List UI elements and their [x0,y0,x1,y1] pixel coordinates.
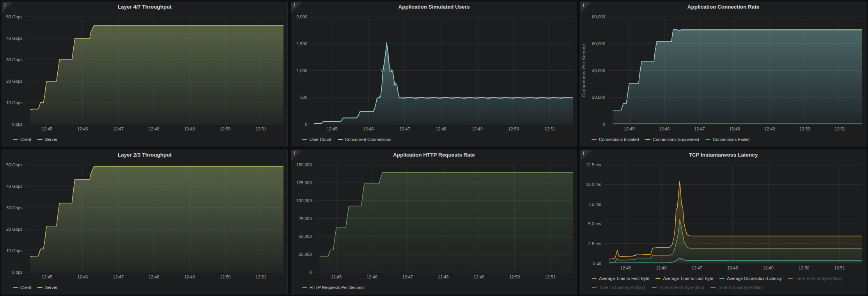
y-tick-label: 40 Gbps [6,184,23,189]
chart-area[interactable]: 020,00040,00060,00080,00012:4512:4612:47… [581,12,866,134]
chart-area[interactable]: 025,00050,00075,000100,000125,000150,000… [291,160,577,282]
info-icon: i [294,2,295,8]
legend-item[interactable]: Client [13,284,31,291]
x-tick-label: 12:49 [472,127,483,131]
legend-swatch-icon [592,139,597,140]
legend-item[interactable]: Time To First Byte (Max) [788,275,842,282]
legend-item[interactable]: Concurrent Connections [338,136,391,143]
legend-label: Concurrent Connections [345,136,391,143]
x-tick-label: 12:45 [42,127,53,131]
y-tick-label: 100,000 [296,198,312,203]
legend-item[interactable]: Time To First Byte (Min) [652,284,704,291]
legend-item[interactable]: Average Time to First Byte [592,275,649,282]
panel-title[interactable]: Application Connection Rate [581,2,866,12]
legend-item[interactable]: User Count [302,136,331,143]
panel-title[interactable]: TCP Instantaneous Latency [581,150,866,160]
y-tick-label: 0 [305,122,307,127]
legend-item[interactable]: HTTP Requests Per Second [302,284,364,291]
x-tick-label: 12:47 [113,127,124,131]
panel-info-corner[interactable]: i [2,2,13,13]
chart-canvas[interactable]: 025,00050,00075,000100,000125,000150,000… [291,160,577,282]
chart-canvas[interactable]: 020,00040,00060,00080,00012:4512:4612:47… [581,12,866,134]
x-tick-label: 12:48 [149,127,159,131]
y-tick-label: 10 Gbps [6,100,23,105]
x-tick-label: 12:48 [436,127,446,131]
panel-title[interactable]: Layer 4/7 Throughput [2,2,287,12]
y-tick-label: 25,000 [299,252,312,257]
panel-title[interactable]: Layer 2/3 Throughput [2,150,287,160]
legend-swatch-icon [645,139,650,140]
panel-info-corner[interactable]: i [291,150,302,161]
x-tick-label: 12:50 [220,127,231,131]
legend-swatch-icon [302,139,307,140]
x-tick-label: 12:49 [184,127,195,131]
legend-item[interactable]: Average Connection Latency [719,275,782,282]
legend-swatch-icon [592,287,597,288]
legend-item[interactable]: Connections Succeeded [645,136,699,143]
legend-swatch-icon [13,139,18,140]
y-tick-label: 2,000 [296,14,307,19]
legend-item[interactable]: Connections Failed [705,136,749,143]
y-tick-label: 0 bps [12,122,23,127]
x-tick-label: 12:47 [399,127,410,131]
y-tick-label: 5.0 ms [588,221,602,226]
legend-item[interactable]: Time To Last Byte (Min) [710,284,763,291]
legend-item[interactable]: Connections Initiated [592,136,639,143]
chart-area[interactable]: 0 bps10 Gbps20 Gbps30 Gbps40 Gbps50 Gbps… [2,12,287,134]
legend-label: Client [20,284,31,291]
y-tick-label: 50,000 [299,234,312,239]
x-tick-label: 12:47 [113,275,124,279]
y-tick-label: 75,000 [299,216,312,221]
legend-label: Average Connection Latency [727,275,782,282]
y-tick-label: 10.0 ms [586,182,601,187]
legend-item[interactable]: Server [37,136,57,143]
x-tick-label: 12:48 [149,275,159,279]
x-tick-label: 12:49 [763,266,774,270]
chart-area[interactable]: 0 bps10 Gbps20 Gbps30 Gbps40 Gbps50 Gbps… [2,160,287,282]
legend-item[interactable]: Server [37,284,57,291]
panel-title[interactable]: Application Simulated Users [291,2,577,12]
chart-canvas[interactable]: 0 bps10 Gbps20 Gbps30 Gbps40 Gbps50 Gbps… [2,12,287,134]
y-tick-label: 20 Gbps [6,227,23,232]
x-tick-label: 12:50 [799,266,810,270]
panel-info-corner[interactable]: i [581,150,592,161]
x-tick-label: 12:47 [692,266,703,270]
legend: ClientServer [2,134,287,146]
x-tick-label: 12:46 [363,127,374,131]
info-icon: i [583,2,584,8]
y-tick-label: 150,000 [296,162,312,167]
x-tick-label: 12:45 [620,266,631,270]
panel-title[interactable]: Application HTTP Requests Rate [291,150,577,160]
x-tick-label: 12:51 [545,275,556,279]
y-tick-label: 60,000 [592,41,605,46]
legend-swatch-icon [652,287,657,288]
legend-item[interactable]: Time To Last Byte (Max) [592,284,645,291]
x-tick-label: 12:49 [473,275,484,279]
chart-area[interactable]: 0 µs2.5 ms5.0 ms7.5 ms10.0 ms12.5 ms12:4… [581,160,866,273]
x-tick-label: 12:48 [438,275,449,279]
chart-canvas[interactable]: 0 bps10 Gbps20 Gbps30 Gbps40 Gbps50 Gbps… [2,160,287,282]
y-tick-label: 1,500 [296,41,307,46]
chart-canvas[interactable]: 05001,0001,5002,00012:4512:4612:4712:481… [291,12,577,134]
x-tick-label: 12:49 [184,275,195,279]
panel-info-corner[interactable]: i [581,2,592,13]
legend-item[interactable]: Average Time to Last Byte [655,275,713,282]
y-tick-label: 80,000 [592,14,605,19]
chart-area[interactable]: 05001,0001,5002,00012:4512:4612:4712:481… [291,12,577,134]
legend: User CountConcurrent Connections [291,134,577,146]
legend-label: Server [45,284,57,291]
y-tick-label: 50 Gbps [6,14,23,19]
x-tick-label: 12:50 [508,127,519,131]
y-tick-label: 7.5 ms [588,202,602,207]
x-tick-label: 12:51 [834,127,845,131]
legend-item[interactable]: Client [13,136,31,143]
legend-swatch-icon [13,287,18,288]
chart-canvas[interactable]: 0 µs2.5 ms5.0 ms7.5 ms10.0 ms12.5 ms12:4… [581,160,866,273]
legend-label: Connections Failed [713,136,749,143]
panel-application-http-requests-rate: i Application HTTP Requests Rate 025,000… [291,150,577,294]
x-tick-label: 12:50 [799,127,810,131]
panel-info-corner[interactable]: i [291,2,302,13]
y-tick-label: 0 bps [12,270,23,275]
legend-swatch-icon [710,287,716,288]
legend-label: Time To First Byte (Max) [795,275,842,282]
